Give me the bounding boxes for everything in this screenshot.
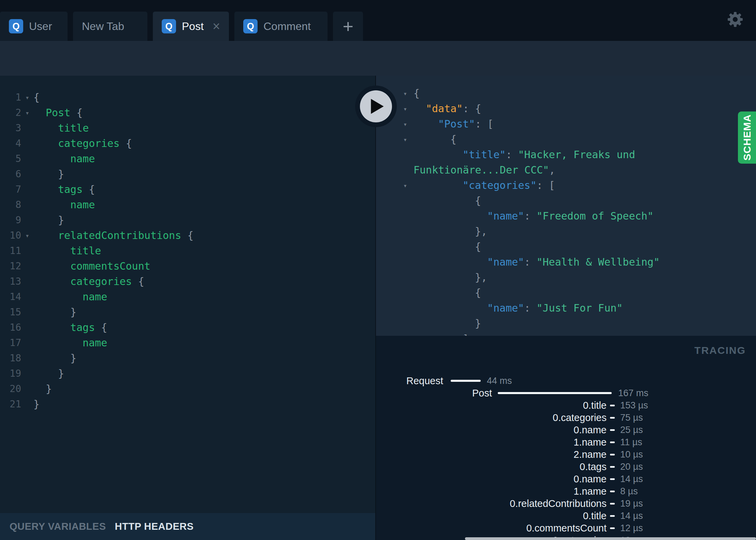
collapse-arrow-icon[interactable]: ▾ [403, 182, 413, 189]
code-text: "data": { [413, 103, 481, 115]
editor-line: 9} [0, 212, 375, 228]
line-number: 12 [0, 260, 21, 272]
trace-span-row: 0.categories75 µs [376, 411, 756, 424]
response-line: { [376, 239, 756, 254]
tab-label: Comment [263, 20, 311, 33]
response-viewer[interactable]: ▾{▾"data": {▾"Post": [▾{"title": "Hacker… [376, 76, 756, 336]
schema-tab-button[interactable]: SCHEMA [738, 111, 756, 164]
play-icon [360, 90, 392, 122]
trace-time: 20 µs [620, 461, 643, 473]
response-line: ▾{ [376, 132, 756, 147]
code-text: title [33, 245, 101, 257]
tab-new-tab[interactable]: New Tab [73, 12, 147, 41]
horizontal-scrollbar[interactable] [465, 537, 756, 540]
code-text: tags { [33, 321, 107, 333]
fold-arrow-icon[interactable]: ▾ [21, 109, 33, 117]
editor-line: 18} [0, 350, 375, 366]
tab-comment[interactable]: QComment [234, 12, 328, 41]
response-line: ▾{ [376, 86, 756, 101]
query-badge: Q [162, 19, 176, 33]
editor-line: 2▾Post { [0, 105, 375, 120]
trace-time: 14 µs [620, 473, 643, 485]
trace-label: 1.name [573, 485, 607, 497]
code-text: "categories": [ [413, 179, 555, 191]
new-tab-button[interactable]: + [333, 12, 363, 41]
trace-span-row: 1.name11 µs [376, 436, 756, 448]
tab-post[interactable]: QPost× [153, 12, 229, 41]
code-text: "name": "Freedom of Speech" [413, 210, 654, 222]
fold-arrow-icon[interactable]: ▾ [21, 93, 33, 102]
response-line: "title": "Hacker, Freaks und [376, 147, 756, 162]
editor-line: 17name [0, 335, 375, 350]
code-text: Funktionäre...Der CCC", [413, 164, 555, 176]
code-text: }, [413, 225, 487, 237]
editor-line: 14name [0, 289, 375, 304]
trace-span-row: 0.name14 µs [376, 473, 756, 485]
editor-line: 6} [0, 166, 375, 182]
code-text: tags { [33, 183, 95, 195]
trace-span-row: 1.name8 µs [376, 485, 756, 497]
response-line: "name": "Just For Fun" [376, 300, 756, 316]
code-text: name [33, 153, 95, 165]
line-number: 2 [0, 107, 21, 118]
trace-label: 1.name [573, 436, 607, 448]
trace-time: 153 µs [620, 399, 648, 411]
trace-span-row: 0.name25 µs [376, 424, 756, 436]
trace-time: 14 µs [620, 510, 643, 522]
response-line: { [376, 193, 756, 208]
trace-label: 0.name [573, 424, 607, 436]
code-text: } [33, 352, 76, 364]
collapse-arrow-icon[interactable]: ▾ [403, 136, 413, 143]
fold-arrow-icon[interactable]: ▾ [21, 231, 33, 240]
code-text: categories { [33, 275, 144, 287]
query-editor[interactable]: 1▾{2▾Post {3title4categories {5name6}7ta… [0, 76, 375, 540]
code-text: } [33, 398, 40, 410]
response-line: "name": "Freedom of Speech" [376, 208, 756, 224]
trace-duration-bar [498, 392, 612, 394]
schema-tab-label: SCHEMA [741, 114, 753, 161]
response-line: { [376, 285, 756, 300]
execute-query-button[interactable] [355, 86, 397, 127]
line-number: 16 [0, 322, 21, 333]
tracing-panel[interactable]: TRACING Request44 msPost167 ms0.title153… [376, 336, 756, 540]
editor-line: 15} [0, 304, 375, 320]
line-number: 18 [0, 352, 21, 364]
tab-label: User [29, 20, 52, 33]
trace-label: 0.commentsCount [526, 522, 607, 534]
code-text: }, [413, 271, 487, 283]
editor-line: 10▾relatedContributions { [0, 228, 375, 243]
editor-line: 8name [0, 197, 375, 212]
editor-line: 1▾{ [0, 90, 375, 105]
response-line: "name": "Health & Wellbeing" [376, 254, 756, 270]
settings-gear-icon[interactable] [727, 11, 743, 28]
code-text: name [33, 337, 107, 349]
trace-duration-dash [610, 429, 615, 431]
close-tab-icon[interactable]: × [213, 20, 220, 33]
trace-label: 2.name [573, 448, 607, 461]
line-number: 4 [0, 138, 21, 149]
response-line: ▾"categories": [ [376, 178, 756, 193]
code-text: name [33, 291, 107, 303]
trace-span-row: 0.tags20 µs [376, 461, 756, 473]
editor-line: 13categories { [0, 274, 375, 289]
code-text: { [413, 195, 481, 207]
code-text: { [413, 133, 456, 145]
http-headers-tab[interactable]: HTTP HEADERS [115, 521, 194, 532]
line-number: 9 [0, 214, 21, 226]
editor-line: 19} [0, 366, 375, 381]
code-text: } [33, 368, 64, 379]
tab-bar: QUserNew TabQPost×QComment+ [0, 0, 756, 41]
collapse-arrow-icon[interactable]: ▾ [403, 90, 413, 97]
collapse-arrow-icon[interactable]: ▾ [403, 105, 413, 112]
tab-user[interactable]: QUser [0, 12, 68, 41]
collapse-arrow-icon[interactable]: ▾ [403, 120, 413, 128]
response-lines: ▾{▾"data": {▾"Post": [▾{"title": "Hacker… [376, 86, 756, 336]
trace-label: 0.categories [553, 411, 607, 424]
trace-span-row: Request44 ms [376, 375, 756, 387]
trace-span-row: 0.title14 µs [376, 510, 756, 522]
query-badge: Q [9, 19, 23, 33]
code-text: } [33, 306, 76, 318]
query-variables-tab[interactable]: QUERY VARIABLES [10, 521, 106, 532]
trace-time: 10 µs [620, 448, 643, 461]
code-text: Post { [33, 107, 83, 119]
